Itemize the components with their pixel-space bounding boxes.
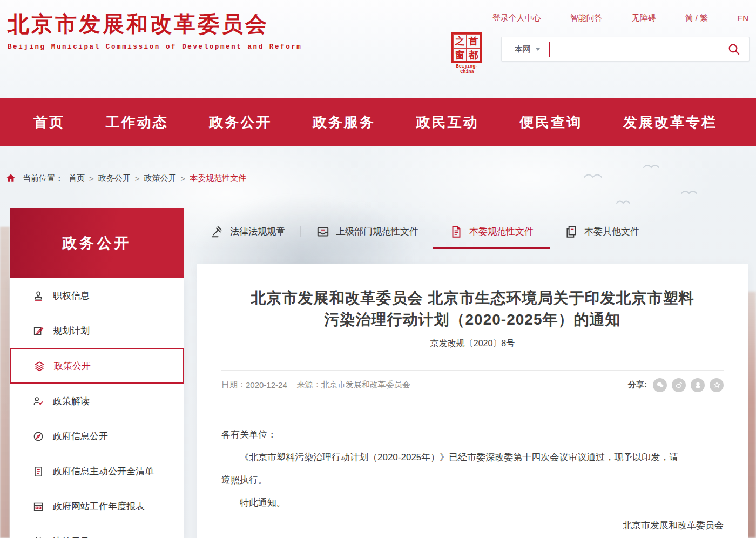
sidebar-item-policy-disclosure[interactable]: 政策公开 bbox=[10, 348, 184, 384]
breadcrumb-gov-disclosure[interactable]: 政务公开 bbox=[98, 173, 131, 184]
wechat-icon bbox=[656, 381, 664, 389]
sidebar: 政务公开 职权信息 规 bbox=[10, 208, 184, 538]
beijing-china-seal-logo[interactable]: 之 首 窗 都 Beijing-China bbox=[451, 32, 483, 75]
home-icon[interactable] bbox=[5, 173, 16, 184]
star-icon bbox=[713, 381, 721, 389]
weibo-icon bbox=[675, 381, 683, 389]
search-icon bbox=[727, 43, 740, 56]
article-card: 北京市发展和改革委员会 北京市生态环境局关于印发北京市塑料 污染治理行动计划（2… bbox=[197, 264, 748, 538]
search-scope-label: 本网 bbox=[515, 44, 531, 55]
document-category-tabs: 法律法规规章 上级部门规范性文件 bbox=[197, 215, 748, 248]
seal-char: 首 bbox=[467, 34, 480, 48]
tab-label: 本委规范性文件 bbox=[469, 225, 534, 238]
nav-item-home[interactable]: 首页 bbox=[33, 113, 65, 132]
source-label: 来源： bbox=[297, 380, 321, 390]
article-meta: 日期： 2020-12-24 来源： 北京市发展和改革委员会 bbox=[221, 380, 410, 390]
sidebar-item-label: 政府信息主动公开全清单 bbox=[53, 465, 154, 478]
share-wechat-button[interactable] bbox=[653, 378, 667, 392]
simplified-traditional-toggle[interactable]: 简 / 繁 bbox=[685, 13, 708, 23]
search-button[interactable] bbox=[727, 43, 740, 56]
plan-edit-icon bbox=[32, 325, 44, 337]
main-navigation: 首页 工作动态 政务公开 政务服务 政民互动 便民查询 发展改革专栏 bbox=[0, 98, 756, 146]
sidebar-item-planning[interactable]: 规划计划 bbox=[10, 313, 184, 348]
sidebar-item-gov-info-disclosure[interactable]: 政府信息公开 bbox=[10, 419, 184, 454]
sidebar-item-label: 政府网站工作年度报表 bbox=[53, 500, 145, 513]
divider bbox=[221, 370, 724, 371]
site-title-english: Beijing Municipal Commission of Developm… bbox=[8, 43, 302, 51]
site-search-bar: 本网 bbox=[501, 37, 750, 62]
share-qq-button[interactable] bbox=[691, 378, 705, 392]
article-signature: 北京市发展和改革委员会 bbox=[221, 514, 724, 537]
breadcrumb-current: 本委规范性文件 bbox=[190, 173, 246, 184]
article-paragraph: 特此通知。 bbox=[221, 492, 724, 514]
top-utility-links: 登录个人中心 智能问答 无障碍 简 / 繁 EN bbox=[492, 13, 748, 23]
article-paragraph: 《北京市塑料污染治理行动计划（2020-2025年）》已经市委深改委第十四次会议… bbox=[221, 446, 724, 492]
sidebar-item-policy-interpretation[interactable]: 政策解读 bbox=[10, 384, 184, 419]
smart-qa-link[interactable]: 智能问答 bbox=[570, 13, 603, 23]
nav-item-convenience-query[interactable]: 便民查询 bbox=[519, 113, 582, 132]
background-birds bbox=[579, 161, 708, 210]
nav-item-gov-disclosure[interactable]: 政务公开 bbox=[209, 113, 272, 132]
sidebar-item-proactive-disclosure-list[interactable]: 政府信息主动公开全清单 bbox=[10, 454, 184, 489]
nav-item-public-interaction[interactable]: 政民互动 bbox=[416, 113, 479, 132]
share-weibo-button[interactable] bbox=[672, 378, 686, 392]
seal-char: 窗 bbox=[453, 48, 467, 62]
share-label: 分享: bbox=[628, 380, 647, 390]
article-source: 北京市发展和改革委员会 bbox=[321, 380, 410, 390]
breadcrumb-separator: > bbox=[181, 174, 186, 183]
sidebar-item-label: 职权信息 bbox=[53, 290, 90, 302]
share-favorite-button[interactable] bbox=[710, 378, 724, 392]
stamp-icon bbox=[32, 290, 44, 302]
layers-icon bbox=[33, 360, 45, 372]
english-link[interactable]: EN bbox=[737, 14, 748, 23]
article-date: 2020-12-24 bbox=[246, 380, 287, 389]
sidebar-item-label: 政策解读 bbox=[53, 395, 90, 407]
article-body: 各有关单位： 《北京市塑料污染治理行动计划（2020-2025年）》已经市委深改… bbox=[221, 423, 724, 537]
sidebar-item-decision-catalog[interactable]: 决策目录 bbox=[10, 524, 184, 538]
article-doc-number: 京发改规〔2020〕8号 bbox=[221, 338, 724, 349]
seal-caption: Beijing-China bbox=[451, 64, 483, 75]
chevron-down-icon bbox=[536, 48, 540, 51]
tab-committee-normative-documents[interactable]: 本委规范性文件 bbox=[434, 215, 549, 248]
breadcrumb: 当前位置： 首页 > 政务公开 > 政策公开 > 本委规范性文件 bbox=[5, 170, 246, 187]
sidebar-item-label: 决策目录 bbox=[53, 535, 90, 538]
nav-item-reform-column[interactable]: 发展改革专栏 bbox=[623, 113, 717, 132]
tab-laws-regulations[interactable]: 法律法规规章 bbox=[210, 215, 300, 248]
report-calendar-icon bbox=[32, 501, 44, 513]
sidebar-item-label: 政策公开 bbox=[54, 360, 91, 372]
nav-item-gov-services[interactable]: 政务服务 bbox=[313, 113, 375, 132]
copy-files-icon bbox=[564, 225, 578, 239]
article-salutation: 各有关单位： bbox=[221, 423, 724, 446]
sidebar-title: 政务公开 bbox=[10, 208, 184, 278]
breadcrumb-separator: > bbox=[135, 174, 140, 183]
site-logo[interactable]: 北京市发展和改革委员会 Beijing Municipal Commission… bbox=[8, 11, 302, 51]
article-meta-row: 日期： 2020-12-24 来源： 北京市发展和改革委员会 分享: bbox=[221, 378, 724, 392]
background-art-left bbox=[0, 227, 10, 538]
breadcrumb-home[interactable]: 首页 bbox=[69, 173, 85, 184]
breadcrumb-separator: > bbox=[89, 174, 94, 183]
date-label: 日期： bbox=[221, 380, 246, 390]
search-scope-select[interactable]: 本网 bbox=[502, 44, 540, 55]
sidebar-item-annual-website-report[interactable]: 政府网站工作年度报表 bbox=[10, 489, 184, 524]
accessibility-link[interactable]: 无障碍 bbox=[632, 13, 656, 23]
site-header: 北京市发展和改革委员会 Beijing Municipal Commission… bbox=[0, 0, 756, 98]
gavel-icon bbox=[210, 225, 224, 239]
person-check-icon bbox=[32, 395, 44, 407]
document-list-icon bbox=[32, 466, 44, 478]
sidebar-menu: 职权信息 规划计划 bbox=[10, 278, 184, 538]
tab-committee-other-documents[interactable]: 本委其他文件 bbox=[549, 215, 654, 248]
qq-icon bbox=[694, 381, 702, 389]
site-title: 北京市发展和改革委员会 bbox=[8, 11, 302, 37]
seal-box: 之 首 窗 都 bbox=[451, 32, 482, 63]
tab-superior-normative-documents[interactable]: 上级部门规范性文件 bbox=[301, 215, 434, 248]
breadcrumb-label: 当前位置： bbox=[23, 173, 63, 184]
sidebar-item-authority-info[interactable]: 职权信息 bbox=[10, 278, 184, 313]
breadcrumb-policy-disclosure[interactable]: 政策公开 bbox=[144, 173, 177, 184]
nav-item-work-news[interactable]: 工作动态 bbox=[106, 113, 168, 132]
tab-label: 本委其他文件 bbox=[584, 225, 639, 238]
login-personal-center-link[interactable]: 登录个人中心 bbox=[492, 13, 541, 23]
page: 北京市发展和改革委员会 Beijing Municipal Commission… bbox=[0, 0, 756, 538]
tab-label: 法律法规规章 bbox=[230, 225, 285, 238]
sidebar-item-label: 政府信息公开 bbox=[53, 430, 108, 442]
search-input[interactable] bbox=[550, 37, 727, 61]
